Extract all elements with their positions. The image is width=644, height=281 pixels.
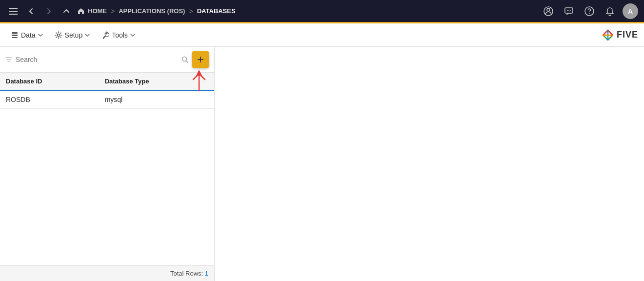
notifications-icon-button[interactable] bbox=[602, 3, 618, 19]
chat-icon-button[interactable] bbox=[561, 3, 577, 19]
svg-rect-1 bbox=[9, 11, 18, 12]
search-button[interactable] bbox=[181, 56, 189, 63]
svg-rect-11 bbox=[12, 32, 18, 34]
table-body: ROSDB mysql bbox=[0, 90, 214, 109]
data-chevron-icon bbox=[38, 34, 43, 37]
database-id-column-header: Database ID bbox=[0, 73, 99, 90]
tools-icon bbox=[101, 31, 109, 39]
databases-breadcrumb[interactable]: DATABASES bbox=[197, 7, 236, 15]
breadcrumb-separator-1: > bbox=[111, 7, 115, 15]
add-record-button[interactable]: + bbox=[192, 51, 209, 68]
svg-point-4 bbox=[547, 8, 550, 11]
applications-breadcrumb[interactable]: APPLICATIONS (ROS) bbox=[119, 7, 185, 15]
table-header-row: Database ID Database Type bbox=[0, 73, 214, 90]
table-footer: Total Rows: 1 bbox=[0, 265, 214, 281]
search-icon bbox=[181, 56, 189, 63]
up-button[interactable] bbox=[60, 5, 73, 17]
setup-menu-button[interactable]: Setup bbox=[50, 28, 95, 42]
tools-chevron-icon bbox=[130, 34, 135, 37]
tools-menu-button[interactable]: Tools bbox=[97, 28, 140, 42]
applications-label: APPLICATIONS (ROS) bbox=[119, 7, 185, 15]
secondary-navigation: Data Setup Tools bbox=[0, 23, 644, 47]
svg-rect-12 bbox=[12, 35, 18, 36]
table-row[interactable]: ROSDB mysql bbox=[0, 90, 214, 109]
total-rows-label: Total Rows: bbox=[170, 270, 205, 277]
databases-list-table: Database ID Database Type ROSDB mysql bbox=[0, 73, 214, 109]
svg-point-10 bbox=[589, 13, 590, 14]
svg-rect-2 bbox=[9, 14, 18, 15]
back-button[interactable] bbox=[24, 5, 38, 17]
search-bar: + bbox=[0, 47, 214, 73]
home-label: HOME bbox=[88, 7, 107, 15]
svg-point-14 bbox=[57, 34, 60, 36]
home-breadcrumb[interactable]: HOME bbox=[77, 7, 107, 15]
left-panel: + Database ID Database Type bbox=[0, 47, 215, 281]
user-avatar[interactable]: A bbox=[623, 3, 638, 19]
nav-right: A bbox=[541, 3, 638, 19]
top-navigation: HOME > APPLICATIONS (ROS) > DATABASES bbox=[0, 0, 644, 23]
five-logo: FIVE bbox=[601, 28, 638, 42]
setup-chevron-icon bbox=[85, 34, 90, 37]
cloud-search-icon-button[interactable] bbox=[541, 3, 556, 19]
hamburger-menu-button[interactable] bbox=[6, 6, 20, 17]
help-icon-button[interactable] bbox=[582, 3, 597, 19]
data-menu-button[interactable]: Data bbox=[6, 28, 48, 42]
setup-label: Setup bbox=[65, 31, 83, 39]
svg-point-7 bbox=[568, 10, 569, 11]
databases-label: DATABASES bbox=[197, 7, 236, 15]
tools-label: Tools bbox=[112, 31, 128, 39]
nav-left: HOME > APPLICATIONS (ROS) > DATABASES bbox=[6, 5, 541, 17]
svg-rect-13 bbox=[12, 37, 18, 38]
data-label: Data bbox=[21, 31, 36, 39]
breadcrumb-separator-2: > bbox=[189, 7, 193, 15]
data-icon bbox=[11, 31, 19, 39]
svg-rect-0 bbox=[9, 8, 18, 9]
search-input[interactable] bbox=[16, 56, 178, 63]
database-type-column-header: Database Type bbox=[99, 73, 214, 90]
database-type-cell: mysql bbox=[99, 90, 214, 109]
database-id-cell: ROSDB bbox=[0, 90, 99, 109]
five-logo-text: FIVE bbox=[617, 30, 638, 40]
total-rows-count: 1 bbox=[205, 270, 208, 277]
svg-point-6 bbox=[567, 10, 568, 11]
forward-button[interactable] bbox=[42, 5, 56, 17]
database-table: Database ID Database Type ROSDB mysql bbox=[0, 73, 214, 265]
table-header: Database ID Database Type bbox=[0, 73, 214, 90]
svg-point-8 bbox=[570, 10, 571, 11]
main-content: + Database ID Database Type bbox=[0, 47, 644, 281]
secondary-nav-left: Data Setup Tools bbox=[6, 28, 140, 42]
five-logo-icon bbox=[601, 28, 615, 42]
setup-icon bbox=[55, 31, 62, 39]
filter-icon bbox=[5, 56, 13, 63]
home-icon bbox=[77, 7, 85, 15]
